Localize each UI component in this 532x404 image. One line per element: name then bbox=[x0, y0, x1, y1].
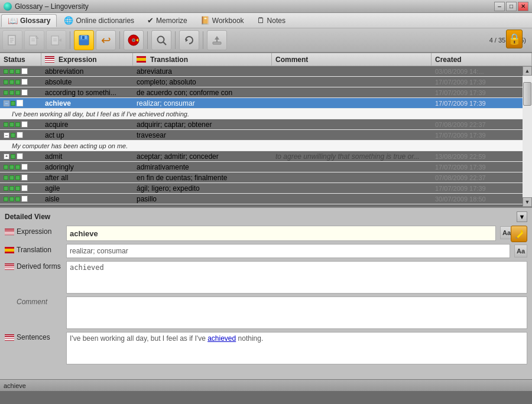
status-text: achieve bbox=[4, 382, 26, 389]
lock-icon: 🔒 bbox=[506, 30, 523, 48]
row-checkbox[interactable] bbox=[17, 132, 23, 138]
expression-label: Expression bbox=[5, 226, 64, 236]
edit-pencil-button[interactable] bbox=[511, 226, 527, 242]
undo-button[interactable]: ↩ bbox=[96, 30, 116, 50]
refresh-button[interactable] bbox=[179, 30, 199, 50]
row-comment bbox=[272, 177, 432, 178]
toolbar: ↩ 4 / 355 (355) 🔒 bbox=[0, 28, 532, 53]
row-checkbox[interactable] bbox=[17, 153, 23, 159]
row-checkbox[interactable] bbox=[21, 68, 28, 74]
delete-button[interactable] bbox=[46, 30, 66, 50]
th-comment: Comment bbox=[272, 53, 432, 66]
tab-notes[interactable]: 🗒 Notes bbox=[251, 14, 291, 27]
detail-collapse-button[interactable]: ▼ bbox=[517, 211, 527, 222]
row-checkbox[interactable] bbox=[21, 196, 28, 202]
row-checkbox[interactable] bbox=[21, 185, 28, 191]
titlebar: Glossary – Lingoversity – □ ✕ bbox=[0, 0, 532, 13]
row-created: 17/07/2009 17:39 bbox=[432, 163, 532, 171]
cd-button[interactable] bbox=[124, 30, 144, 50]
row-created: 17/07/2009 17:39 bbox=[432, 78, 532, 86]
table-row[interactable]: absolute completo; absoluto 17/07/2009 1… bbox=[0, 77, 532, 87]
row-checkbox[interactable] bbox=[21, 89, 28, 96]
scroll-thumb[interactable] bbox=[523, 82, 531, 106]
derived-forms-input[interactable]: achieved bbox=[66, 261, 527, 294]
expand-button-3[interactable]: + bbox=[4, 154, 9, 159]
row-expression: achieve bbox=[41, 99, 133, 108]
table-row[interactable]: according to somethi... de acuerdo con; … bbox=[0, 87, 532, 98]
table-row[interactable]: + admit aceptar; admitir; conceder to ag… bbox=[0, 151, 532, 162]
status-dot-2 bbox=[9, 69, 14, 74]
tab-online-dictionaries[interactable]: 🌐 Online dictionaries bbox=[58, 14, 140, 27]
translation-row: Translation Aa bbox=[5, 244, 527, 258]
table-row[interactable]: agile ágil; ligero; expedito 17/07/2009 … bbox=[0, 183, 532, 194]
svg-rect-14 bbox=[80, 40, 88, 44]
memorize-icon: ✔ bbox=[147, 16, 154, 25]
collapse-button[interactable]: – bbox=[4, 100, 9, 106]
row-created: 03/08/2009 14:... bbox=[432, 67, 532, 76]
app-icon bbox=[4, 2, 12, 11]
notes-icon: 🗒 bbox=[257, 16, 265, 25]
search-button[interactable] bbox=[151, 30, 171, 50]
maximize-button[interactable]: □ bbox=[506, 2, 517, 11]
scroll-up-button[interactable]: ▲ bbox=[523, 66, 532, 76]
row-expression: aisle bbox=[41, 194, 133, 204]
row-checkbox[interactable] bbox=[21, 121, 28, 128]
row-checkbox[interactable] bbox=[21, 164, 28, 170]
tab-glossary-label: Glossary bbox=[20, 17, 50, 25]
aa-button-translation[interactable]: Aa bbox=[514, 245, 527, 258]
new-button[interactable] bbox=[2, 30, 22, 50]
edit-button[interactable] bbox=[24, 30, 44, 50]
derived-forms-label: Derived forms bbox=[5, 261, 64, 271]
scroll-down-button[interactable]: ▼ bbox=[523, 197, 532, 207]
expand-row: I've been working all day, but I feel as… bbox=[0, 109, 532, 119]
row-created: 17/07/2009 17:39 bbox=[432, 99, 532, 107]
minimize-button[interactable]: – bbox=[494, 2, 505, 11]
tab-glossary[interactable]: 📖 Glossary bbox=[1, 14, 57, 27]
scroll-track[interactable] bbox=[523, 76, 532, 197]
translation-input[interactable] bbox=[66, 244, 510, 258]
collapse-button-2[interactable]: – bbox=[4, 132, 9, 138]
row-comment: to agree unwillingly that something is t… bbox=[272, 152, 432, 161]
table-row[interactable]: aisle pasillo 30/07/2009 18:50 bbox=[0, 194, 532, 204]
table-scrollbar[interactable]: ▲ ▼ bbox=[523, 66, 532, 207]
glossary-table: Status Expression Translation Comment Cr… bbox=[0, 53, 532, 208]
close-button[interactable]: ✕ bbox=[518, 2, 528, 11]
row-expression: act up bbox=[41, 131, 133, 140]
window-controls[interactable]: – □ ✕ bbox=[494, 2, 528, 11]
row-created: 30/07/2009 18:50 bbox=[432, 195, 532, 203]
es-flag-icon bbox=[5, 247, 14, 253]
expand-text: I've been working all day, but I feel as… bbox=[12, 110, 189, 118]
row-created: 17/07/2009 17:39 bbox=[432, 131, 532, 139]
save-button[interactable] bbox=[74, 30, 94, 50]
svg-rect-13 bbox=[82, 36, 85, 39]
row-translation: travesear bbox=[133, 131, 272, 140]
table-row[interactable]: after all en fin de cuentas; finalmente … bbox=[0, 172, 532, 183]
tab-workbook-label: Workbook bbox=[212, 17, 244, 25]
comment-input[interactable] bbox=[66, 297, 527, 329]
row-created: 17/07/2009 17:39 bbox=[432, 184, 532, 193]
row-expression: acquire bbox=[41, 120, 133, 129]
tab-workbook[interactable]: 📔 Workbook bbox=[194, 14, 250, 27]
row-checkbox[interactable] bbox=[21, 79, 28, 85]
svg-rect-24 bbox=[216, 39, 218, 42]
us-flag-icon-2 bbox=[5, 263, 14, 270]
statusbar: achieve bbox=[0, 379, 532, 391]
tab-memorize[interactable]: ✔ Memorize bbox=[141, 14, 193, 27]
row-translation: aceptar; admitir; conceder bbox=[133, 152, 272, 161]
row-checkbox[interactable] bbox=[17, 100, 23, 106]
table-row[interactable]: adoringly admirativamente 17/07/2009 17:… bbox=[0, 162, 532, 172]
row-created: 07/08/2009 22:37 bbox=[432, 174, 532, 182]
row-checkbox[interactable] bbox=[21, 174, 28, 181]
row-translation: admirativamente bbox=[133, 162, 272, 172]
table-row[interactable]: abbreviation abreviatura 03/08/2009 14:.… bbox=[0, 66, 532, 77]
row-expression: according to somethi... bbox=[41, 88, 133, 97]
table-row[interactable]: acquire adquirir; captar; obtener 07/08/… bbox=[0, 119, 532, 130]
sentence-link[interactable]: achieved bbox=[207, 334, 236, 343]
tab-memorize-label: Memorize bbox=[156, 17, 187, 25]
row-created: 07/08/2009 22:37 bbox=[432, 120, 532, 129]
table-row[interactable]: – act up travesear 17/07/2009 17:39 bbox=[0, 130, 532, 141]
table-row-selected[interactable]: – achieve realizar; consumar 17/07/2009 … bbox=[0, 98, 532, 109]
expression-input[interactable] bbox=[66, 226, 496, 241]
expand-text-2: My computer has been acting up on me. bbox=[12, 142, 128, 149]
upload-button[interactable] bbox=[207, 30, 227, 50]
